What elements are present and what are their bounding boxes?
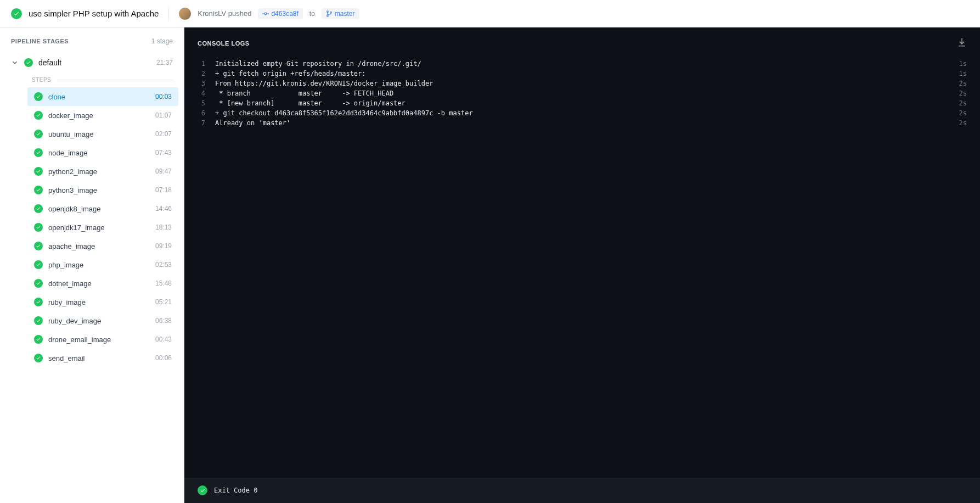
check-icon [34,335,43,344]
check-icon [34,204,43,213]
commit-icon [262,10,269,17]
step-time: 05:21 [155,298,172,306]
pipeline-sidebar: PIPELINE STAGES 1 stage default 21:37 ST… [0,27,184,503]
step-name: docker_image [48,111,150,120]
commit-title: use simpler PHP setup with Apache [29,9,159,18]
step-time: 06:38 [155,317,172,325]
check-icon [34,167,43,176]
steps-line [57,80,173,80]
action-text: pushed [228,9,252,18]
check-icon [34,148,43,157]
step-time: 00:06 [155,354,172,362]
log-line-duration: 2s [959,108,967,118]
step-row-node_image[interactable]: node_image07:43 [27,143,178,162]
step-time: 01:07 [155,111,172,119]
log-line-number: 2 [198,69,205,79]
check-icon [34,316,43,325]
step-row-python3_image[interactable]: python3_image07:18 [27,181,178,199]
log-line-duration: 2s [959,79,967,88]
log-line-text: * branch master -> FETCH_HEAD [215,88,949,98]
log-line-duration: 2s [959,98,967,108]
step-name: node_image [48,149,150,157]
step-row-openjdk8_image[interactable]: openjdk8_image14:46 [27,199,178,218]
svg-point-0 [265,13,267,15]
log-line-number: 1 [198,59,205,69]
step-row-ruby_image[interactable]: ruby_image05:21 [27,293,178,311]
log-line: 2+ git fetch origin +refs/heads/master:1… [198,69,967,79]
log-line-text: Already on 'master' [215,118,949,128]
step-time: 07:18 [155,186,172,194]
user-avatar[interactable] [179,8,191,20]
log-line-duration: 2s [959,88,967,98]
log-line-text: Initialized empty Git repository in /dro… [215,59,949,69]
step-row-openjdk17_image[interactable]: openjdk17_image18:13 [27,218,178,237]
step-row-clone[interactable]: clone00:03 [27,87,178,106]
check-icon [34,298,43,306]
log-line-number: 7 [198,118,205,128]
check-icon [34,186,43,194]
step-name: ruby_image [48,298,150,306]
steps-list: clone00:03docker_image01:07ubuntu_image0… [0,87,184,367]
steps-label: STEPS [0,72,184,87]
check-icon [34,92,43,101]
check-icon [34,279,43,288]
log-line-number: 5 [198,98,205,108]
step-row-drone_email_image[interactable]: drone_email_image00:43 [27,330,178,349]
step-time: 00:43 [155,336,172,343]
step-row-apache_image[interactable]: apache_image09:19 [27,237,178,255]
step-name: apache_image [48,242,150,250]
commit-pill[interactable]: d463ca8f [258,8,302,19]
step-time: 09:19 [155,242,172,250]
steps-text: STEPS [32,77,51,83]
console-title: CONSOLE LOGS [198,40,250,47]
stage-row-default[interactable]: default 21:37 [0,53,184,72]
user-action: KronisLV pushed [198,9,251,18]
step-name: python3_image [48,186,150,194]
log-area[interactable]: 1Initialized empty Git repository in /dr… [184,57,980,478]
step-row-send_email[interactable]: send_email00:06 [27,349,178,367]
download-logs-button[interactable] [957,37,967,49]
stage-status-icon [24,58,33,67]
step-name: php_image [48,261,150,269]
stage-count: 1 stage [151,37,173,45]
log-line-text: * [new branch] master -> origin/master [215,98,949,108]
exit-status-icon [198,485,207,495]
commit-hash: d463ca8f [271,10,298,18]
branch-icon [326,10,333,17]
check-icon [34,130,43,138]
step-row-python2_image[interactable]: python2_image09:47 [27,162,178,181]
step-row-ubuntu_image[interactable]: ubuntu_image02:07 [27,125,178,143]
download-icon [957,37,967,47]
log-line: 4 * branch master -> FETCH_HEAD2s [198,88,967,98]
to-text: to [309,10,315,18]
check-icon [34,111,43,120]
sidebar-title: PIPELINE STAGES [11,38,69,44]
console-header: CONSOLE LOGS [184,27,980,57]
branch-name: master [335,10,355,18]
check-icon [34,260,43,269]
step-row-docker_image[interactable]: docker_image01:07 [27,106,178,125]
log-line-duration: 2s [959,118,967,128]
step-name: dotnet_image [48,280,150,288]
page-header: use simpler PHP setup with Apache Kronis… [0,0,980,27]
log-line-duration: 1s [959,69,967,79]
step-name: clone [48,93,150,101]
step-row-dotnet_image[interactable]: dotnet_image15:48 [27,274,178,293]
chevron-down-icon [11,59,19,66]
log-line-duration: 1s [959,59,967,69]
user-name[interactable]: KronisLV [198,9,226,18]
step-name: ubuntu_image [48,130,150,138]
step-time: 00:03 [155,93,172,100]
check-icon [34,354,43,362]
step-row-ruby_dev_image[interactable]: ruby_dev_image06:38 [27,311,178,330]
branch-pill[interactable]: master [322,8,359,19]
log-line-text: + git fetch origin +refs/heads/master: [215,69,949,79]
step-row-php_image[interactable]: php_image02:53 [27,255,178,274]
step-time: 02:53 [155,261,172,269]
log-line: 7Already on 'master'2s [198,118,967,128]
console-footer: Exit Code 0 [184,478,980,503]
step-time: 14:46 [155,205,172,213]
stage-time: 21:37 [156,59,173,66]
step-name: openjdk17_image [48,223,150,232]
exit-code-text: Exit Code 0 [214,487,257,494]
